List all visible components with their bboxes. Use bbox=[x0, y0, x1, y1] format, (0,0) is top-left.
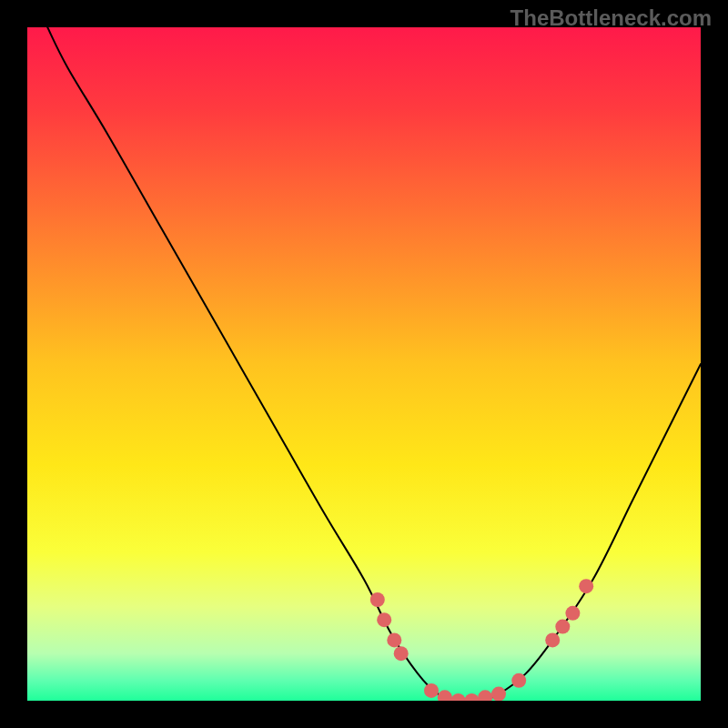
data-point-marker bbox=[565, 606, 580, 621]
data-point-marker bbox=[377, 612, 391, 627]
chart-container: TheBottleneck.com bbox=[0, 0, 728, 728]
data-point-marker bbox=[579, 579, 593, 593]
data-point-marker bbox=[370, 592, 385, 607]
watermark-text: TheBottleneck.com bbox=[511, 5, 712, 31]
data-point-marker bbox=[511, 673, 526, 688]
chart-svg bbox=[27, 27, 701, 701]
data-point-marker bbox=[394, 646, 409, 661]
data-point-marker bbox=[387, 632, 401, 647]
data-point-marker bbox=[545, 632, 560, 647]
plot-area bbox=[27, 27, 701, 701]
gradient-background bbox=[27, 27, 701, 701]
data-point-marker bbox=[491, 687, 506, 701]
data-point-marker bbox=[555, 620, 570, 634]
data-point-marker bbox=[424, 683, 439, 698]
